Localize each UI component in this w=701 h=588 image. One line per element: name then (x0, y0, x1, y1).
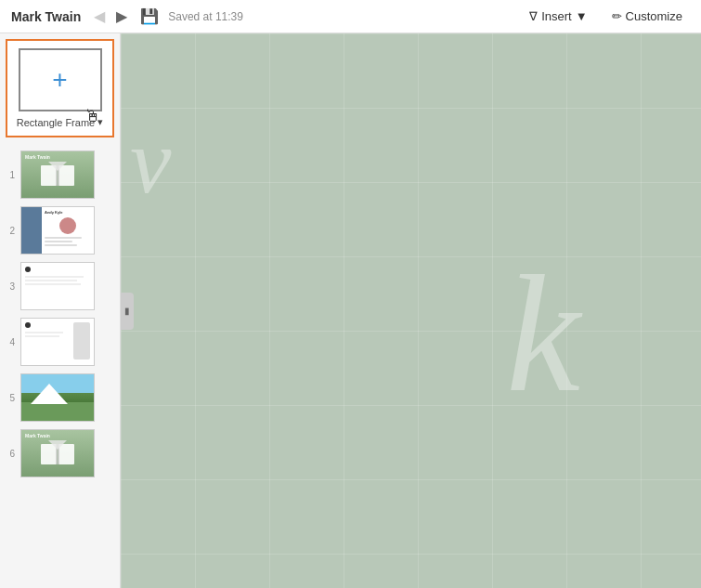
collapse-handle[interactable]: ▮ (121, 293, 134, 330)
svg-rect-0 (41, 165, 57, 186)
slide-item-6[interactable]: 6 Mark Twain (0, 425, 120, 481)
svg-rect-5 (58, 444, 74, 464)
cursor-icon: 🖱 (84, 107, 101, 126)
slide-list: 1 Mark Twain 2 Andy Kyle (0, 143, 120, 485)
slide-item-2[interactable]: 2 Andy Kyle (0, 203, 120, 258)
slide-item-4[interactable]: 4 (0, 314, 120, 370)
slide-number-4: 4 (6, 337, 15, 347)
slide-number-1: 1 (6, 170, 15, 180)
canvas-area: ▮ v k (121, 33, 701, 588)
mountain-bg (21, 374, 94, 421)
insert-button[interactable]: ∇ Insert ▼ (522, 6, 594, 27)
slide-item-5[interactable]: 5 (0, 370, 120, 425)
slide-thumb-5 (20, 373, 95, 422)
nav-buttons: ◀ ▶ (90, 7, 131, 26)
slide-item-1[interactable]: 1 Mark Twain (0, 147, 120, 203)
slide-thumb-3 (20, 262, 95, 310)
svg-rect-1 (58, 165, 74, 186)
watermark-k: k (506, 238, 580, 430)
customize-label: Customize (626, 9, 682, 23)
main-layout: + 🖱 Rectangle Frame ▾ 1 Mark Twain (0, 33, 701, 588)
frame-selector[interactable]: + 🖱 Rectangle Frame ▾ (6, 39, 114, 137)
svg-rect-4 (41, 444, 57, 464)
slide-number-2: 2 (6, 226, 15, 236)
insert-dropdown-icon: ▼ (576, 9, 588, 23)
frame-label-text: Rectangle Frame (17, 117, 95, 128)
collapse-icon: ▮ (124, 306, 130, 316)
book-icon-2 (41, 440, 74, 466)
topbar: Mark Twain ◀ ▶ 💾 Saved at 11:39 ∇ Insert… (0, 0, 701, 33)
slide-number-5: 5 (6, 393, 15, 403)
slide-thumb-4 (20, 318, 95, 366)
canvas-grid (121, 33, 701, 588)
left-panel: + 🖱 Rectangle Frame ▾ 1 Mark Twain (0, 33, 121, 588)
slide-thumb-2: Andy Kyle (20, 206, 95, 255)
thumb-sidebar (21, 207, 42, 254)
document-title: Mark Twain (11, 9, 81, 24)
watermark-v: v (130, 108, 171, 215)
slide-thumb-6: Mark Twain (20, 429, 95, 477)
book-icon (41, 162, 74, 188)
customize-button[interactable]: ✏ Customize (604, 6, 690, 27)
frame-plus-icon: + (52, 67, 67, 93)
insert-icon: ∇ (529, 9, 538, 23)
slide-number-6: 6 (6, 449, 15, 459)
frame-preview: + (19, 48, 102, 111)
thumb-content: Andy Kyle (42, 207, 94, 254)
slide-number-3: 3 (6, 281, 15, 292)
mountain-peak (31, 384, 68, 404)
slide-thumb-1: Mark Twain (20, 150, 95, 199)
forward-button[interactable]: ▶ (112, 7, 131, 26)
back-button[interactable]: ◀ (90, 7, 109, 26)
customize-icon: ✏ (612, 9, 622, 23)
portrait (59, 217, 76, 234)
slide-item-3[interactable]: 3 (0, 258, 120, 314)
save-icon: 💾 (140, 7, 159, 25)
insert-label: Insert (541, 9, 572, 23)
saved-status: Saved at 11:39 (168, 10, 243, 23)
